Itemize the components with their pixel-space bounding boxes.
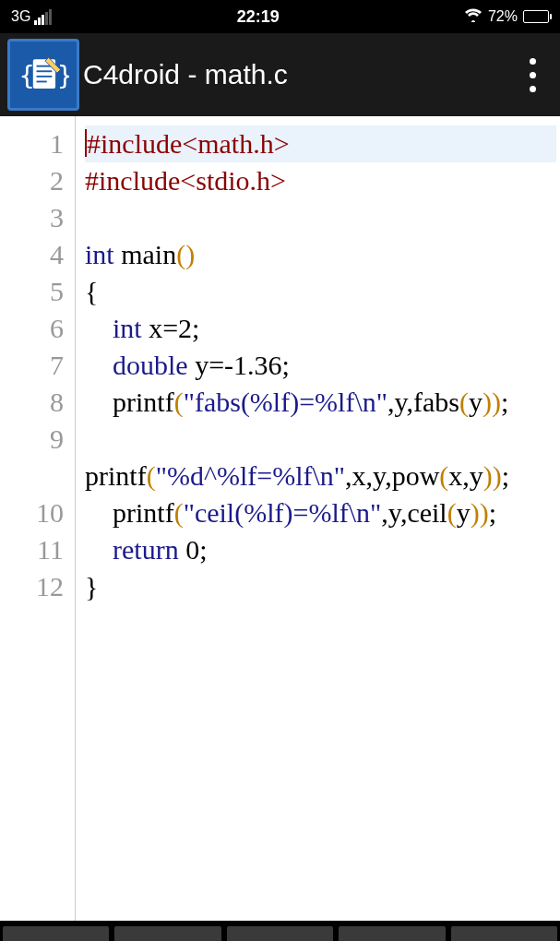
code-token: () <box>176 239 195 269</box>
svg-text:{: { <box>19 61 35 91</box>
nav-btn-3[interactable] <box>227 926 333 941</box>
line-number: 11 <box>0 531 64 568</box>
code-token: ( <box>447 497 457 528</box>
status-time: 22:19 <box>52 7 464 27</box>
code-token: ; <box>199 534 207 565</box>
code-token: printf <box>85 460 147 491</box>
code-token: ( <box>174 387 184 417</box>
line-number: 5 <box>0 273 64 310</box>
code-token: ; <box>282 350 290 380</box>
status-right: 72% <box>464 7 549 27</box>
more-menu-button[interactable] <box>516 47 549 102</box>
code-token: ( <box>459 387 469 417</box>
code-token: ( <box>174 497 184 528</box>
app-title: C4droid - math.c <box>83 59 288 90</box>
line-number: 12 <box>0 568 64 605</box>
code-token: ( <box>439 460 448 491</box>
code-token: "fabs(%lf)=%lf\n" <box>184 387 387 417</box>
line-number: 6 <box>0 310 64 347</box>
code-token: ,y,fabs <box>387 387 459 417</box>
network-label: 3G <box>11 8 30 25</box>
status-network: 3G <box>11 8 52 25</box>
code-line[interactable]: } <box>85 568 556 605</box>
code-token: ; <box>192 313 199 343</box>
code-token: int <box>85 239 114 269</box>
code-line[interactable]: printf("ceil(%lf)=%lf\n",y,ceil(y)); <box>85 494 556 531</box>
signal-icon <box>34 9 52 25</box>
code-line[interactable]: { <box>85 273 556 310</box>
code-token: { <box>85 276 98 306</box>
code-line[interactable]: int main() <box>85 236 556 273</box>
code-line[interactable]: #include<stdio.h> <box>85 162 556 199</box>
code-token: )) <box>483 387 501 417</box>
code-token: printf <box>85 497 174 528</box>
line-number: 9 <box>0 421 64 458</box>
line-number: 7 <box>0 347 64 384</box>
battery-icon <box>523 10 549 23</box>
code-line[interactable] <box>85 421 556 458</box>
code-token: #include<math.h> <box>87 128 290 159</box>
code-token: 1.36 <box>233 350 282 380</box>
code-token: int <box>113 313 142 343</box>
svg-text:}: } <box>57 61 69 91</box>
code-token: )) <box>483 460 502 491</box>
code-line[interactable]: int x=2; <box>85 310 556 347</box>
line-number: 2 <box>0 162 64 199</box>
code-token: )) <box>471 497 489 528</box>
line-gutter: 123456789 101112 <box>0 116 76 921</box>
code-token: double <box>113 350 188 380</box>
code-token: 2 <box>178 313 192 343</box>
code-token: x,y <box>448 460 483 491</box>
code-token: main <box>114 239 177 269</box>
code-token: #include<stdio.h> <box>85 165 286 196</box>
code-token: ; <box>489 497 496 528</box>
code-token: ( <box>147 460 156 491</box>
code-token: return <box>113 534 179 565</box>
line-number: 1 <box>0 125 64 162</box>
code-token: printf <box>85 387 174 417</box>
code-token: ; <box>501 387 508 417</box>
code-token <box>85 313 113 343</box>
code-token: ,y,ceil <box>381 497 447 528</box>
app-bar: { } C4droid - math.c <box>0 33 560 116</box>
nav-btn-2[interactable] <box>114 926 220 941</box>
code-line[interactable]: return 0; <box>85 531 556 568</box>
code-token: 0 <box>185 534 199 565</box>
status-bar: 3G 22:19 72% <box>0 0 560 33</box>
code-area[interactable]: #include<math.h>#include<stdio.h>int mai… <box>76 116 560 921</box>
code-token: } <box>85 571 98 602</box>
code-token: y <box>457 497 471 528</box>
line-number: 10 <box>0 494 64 531</box>
nav-btn-4[interactable] <box>339 926 445 941</box>
code-token <box>85 534 113 565</box>
code-line-wrap[interactable]: printf("%d^%lf=%lf\n",x,y,pow(x,y)); <box>85 458 556 494</box>
code-token <box>85 350 113 380</box>
bottom-nav[interactable] <box>0 921 560 941</box>
code-token: ; <box>502 460 509 491</box>
app-icon[interactable]: { } <box>7 39 79 111</box>
wifi-icon <box>464 7 483 27</box>
code-line[interactable]: printf("fabs(%lf)=%lf\n",y,fabs(y)); <box>85 384 556 421</box>
code-token: y <box>469 387 483 417</box>
line-number: 4 <box>0 236 64 273</box>
code-line[interactable] <box>85 199 556 236</box>
code-token: x= <box>142 313 178 343</box>
battery-pct: 72% <box>488 8 518 25</box>
nav-btn-5[interactable] <box>451 926 557 941</box>
nav-btn-1[interactable] <box>3 926 109 941</box>
code-line[interactable]: #include<math.h> <box>85 125 556 162</box>
code-token: "%d^%lf=%lf\n" <box>156 460 345 491</box>
code-token: "ceil(%lf)=%lf\n" <box>184 497 382 528</box>
code-line[interactable]: double y=-1.36; <box>85 347 556 384</box>
code-token: ,x,y,pow <box>345 460 439 491</box>
line-number: 8 <box>0 384 64 421</box>
code-token: y=- <box>188 350 233 380</box>
line-number: 3 <box>0 199 64 236</box>
code-editor[interactable]: 123456789 101112 #include<math.h>#includ… <box>0 116 560 921</box>
